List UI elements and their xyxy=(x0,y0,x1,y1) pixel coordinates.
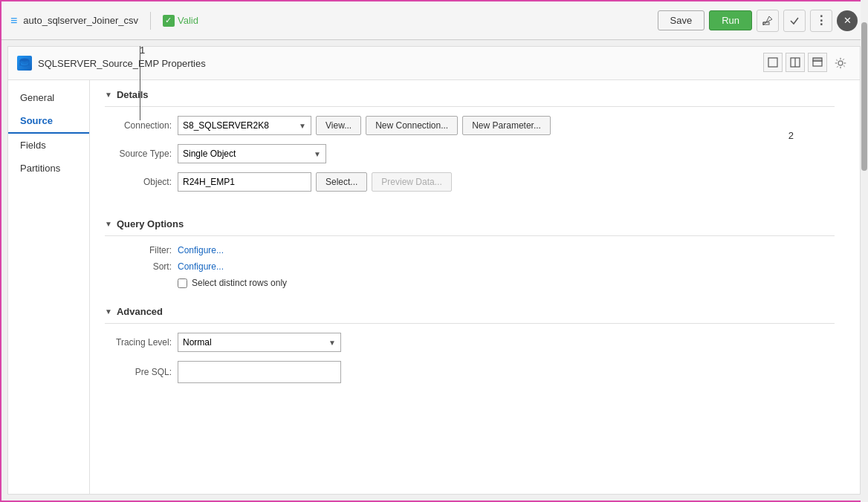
title-bar-left: ≡ auto_sqlserver_Joiner_csv ✓ Valid xyxy=(10,12,652,30)
pre-sql-control-group xyxy=(178,361,835,383)
svg-point-7 xyxy=(838,61,843,65)
query-options-section-header: ▼ Query Options xyxy=(105,218,835,236)
advanced-section-title: Advanced xyxy=(117,306,163,317)
object-row: Object: R24H_EMP1 Select... Preview Data… xyxy=(105,172,835,192)
tracing-level-control-group: Normal ▼ xyxy=(178,333,835,352)
body-area: General Source Fields Partitions ▼ Detai… xyxy=(8,80,860,494)
main-content-panel: SQLSERVER_Source_EMP Properties xyxy=(7,46,861,495)
save-button[interactable]: Save xyxy=(658,10,705,30)
source-type-select[interactable]: Single Object ▼ xyxy=(178,144,326,163)
tracing-level-select[interactable]: Normal ▼ xyxy=(178,333,341,352)
checkmark-icon xyxy=(789,16,800,26)
properties-header: SQLSERVER_Source_EMP Properties xyxy=(8,47,860,80)
flow-title: auto_sqlserver_Joiner_csv xyxy=(23,15,138,26)
form-area: ▼ Details Connection: S8_SQLSERVER2K8 ▼ … xyxy=(90,80,860,494)
new-connection-button[interactable]: New Connection... xyxy=(366,116,458,135)
sidebar: General Source Fields Partitions xyxy=(8,80,90,494)
edit-icon-btn[interactable] xyxy=(757,10,779,32)
advanced-arrow[interactable]: ▼ xyxy=(105,307,112,316)
tracing-level-row: Tracing Level: Normal ▼ xyxy=(105,333,835,352)
sidebar-item-fields[interactable]: Fields xyxy=(8,134,89,157)
run-button[interactable]: Run xyxy=(709,10,752,30)
sidebar-item-source[interactable]: Source xyxy=(8,109,89,134)
object-input[interactable]: R24H_EMP1 xyxy=(178,172,311,192)
select-button[interactable]: Select... xyxy=(316,172,367,192)
valid-badge: ✓ Valid xyxy=(163,15,198,27)
db-icon xyxy=(19,57,30,69)
source-type-arrow: ▼ xyxy=(314,150,321,158)
connection-control-group: S8_SQLSERVER2K8 ▼ View... New Connection… xyxy=(178,116,835,135)
distinct-rows-checkbox[interactable] xyxy=(178,278,187,288)
distinct-rows-row: Select distinct rows only xyxy=(178,278,835,288)
properties-title: SQLSERVER_Source_EMP Properties xyxy=(38,58,206,69)
close-button[interactable]: ✕ xyxy=(837,10,858,31)
details-section-title: Details xyxy=(117,89,149,100)
gear-icon xyxy=(833,56,848,71)
connection-row: Connection: S8_SQLSERVER2K8 ▼ View... Ne… xyxy=(105,116,835,135)
svg-rect-6 xyxy=(813,58,822,61)
connection-label: Connection: xyxy=(105,120,172,131)
source-type-label: Source Type: xyxy=(105,149,172,159)
connection-value: S8_SQLSERVER2K8 xyxy=(183,120,269,131)
object-value: R24H_EMP1 xyxy=(183,177,235,187)
pre-sql-input[interactable] xyxy=(178,361,341,383)
object-label: Object: xyxy=(105,177,172,187)
split-icon xyxy=(790,57,800,68)
sort-row: Sort: Configure... xyxy=(105,261,835,272)
pre-sql-label: Pre SQL: xyxy=(105,367,172,377)
details-section-header: ▼ Details xyxy=(105,89,835,107)
svg-rect-2 xyxy=(768,58,777,67)
source-type-value: Single Object xyxy=(183,149,236,159)
sort-configure-link[interactable]: Configure... xyxy=(178,261,224,272)
svg-point-1 xyxy=(20,59,29,62)
query-options-section: ▼ Query Options Filter: Configure... Sor… xyxy=(90,209,849,297)
advanced-section: ▼ Advanced Tracing Level: Normal ▼ xyxy=(90,297,849,401)
filter-label: Filter: xyxy=(105,245,172,255)
props-header-icons xyxy=(763,53,851,74)
advanced-section-header: ▼ Advanced xyxy=(105,306,835,324)
svg-rect-5 xyxy=(813,61,822,66)
gear-icon-btn[interactable] xyxy=(830,53,851,74)
source-type-control-group: Single Object ▼ xyxy=(178,144,835,163)
connection-select-arrow: ▼ xyxy=(299,122,306,130)
expand-icon-btn[interactable] xyxy=(763,53,783,72)
pre-sql-row: Pre SQL: xyxy=(105,361,835,383)
sqlserver-icon xyxy=(17,56,32,71)
tracing-select-arrow: ▼ xyxy=(328,339,336,347)
connection-select[interactable]: S8_SQLSERVER2K8 ▼ xyxy=(178,116,311,135)
title-bar-right: Save Run ⋮ ✕ xyxy=(658,10,858,32)
collapse-icon xyxy=(812,57,823,68)
view-button[interactable]: View... xyxy=(316,116,361,135)
sidebar-item-general[interactable]: General xyxy=(8,86,89,109)
maximize-icon xyxy=(768,57,778,68)
preview-data-button[interactable]: Preview Data... xyxy=(372,172,451,192)
sort-label: Sort: xyxy=(105,261,172,272)
validate-icon-btn[interactable] xyxy=(783,10,806,32)
properties-title-area: SQLSERVER_Source_EMP Properties xyxy=(17,56,206,71)
distinct-rows-label: Select distinct rows only xyxy=(192,278,287,288)
tracing-level-label: Tracing Level: xyxy=(105,337,172,348)
more-options-btn[interactable]: ⋮ xyxy=(810,10,832,32)
edit-icon xyxy=(762,16,773,26)
query-options-title: Query Options xyxy=(117,218,184,229)
valid-check-icon: ✓ xyxy=(163,15,175,27)
source-type-row: Source Type: Single Object ▼ xyxy=(105,144,835,163)
flow-icon: ≡ xyxy=(10,14,17,27)
app-window: ≡ auto_sqlserver_Joiner_csv ✓ Valid Save… xyxy=(0,0,868,502)
details-section: ▼ Details Connection: S8_SQLSERVER2K8 ▼ … xyxy=(90,80,849,209)
object-control-group: R24H_EMP1 Select... Preview Data... xyxy=(178,172,835,192)
sidebar-item-partitions[interactable]: Partitions xyxy=(8,157,89,180)
tracing-level-value: Normal xyxy=(183,337,212,348)
split-icon-btn[interactable] xyxy=(786,53,805,72)
details-collapse-arrow[interactable]: ▼ xyxy=(105,91,112,99)
valid-label: Valid xyxy=(178,15,198,26)
new-parameter-button[interactable]: New Parameter... xyxy=(462,116,551,135)
filter-configure-link[interactable]: Configure... xyxy=(178,245,224,255)
query-options-arrow[interactable]: ▼ xyxy=(105,220,112,228)
filter-row: Filter: Configure... xyxy=(105,245,835,255)
title-bar: ≡ auto_sqlserver_Joiner_csv ✓ Valid Save… xyxy=(1,1,867,40)
title-separator xyxy=(150,12,151,30)
collapse-icon-btn[interactable] xyxy=(808,53,827,72)
